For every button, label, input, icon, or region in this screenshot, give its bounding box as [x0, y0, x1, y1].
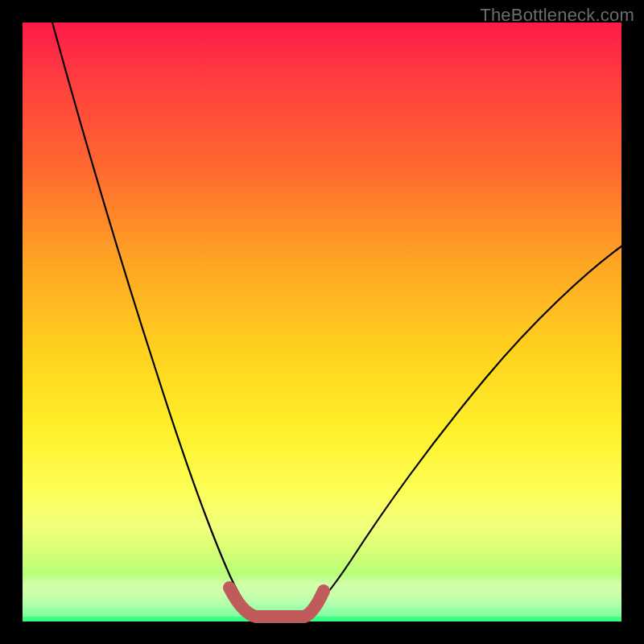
watermark-text: TheBottleneck.com — [480, 5, 634, 26]
curve-layer — [23, 23, 621, 621]
bottleneck-curve-right — [304, 246, 621, 617]
bottleneck-curve-left — [52, 23, 256, 617]
valley-highlight — [229, 588, 324, 617]
plot-area — [23, 23, 621, 621]
chart-frame: TheBottleneck.com — [0, 0, 644, 644]
